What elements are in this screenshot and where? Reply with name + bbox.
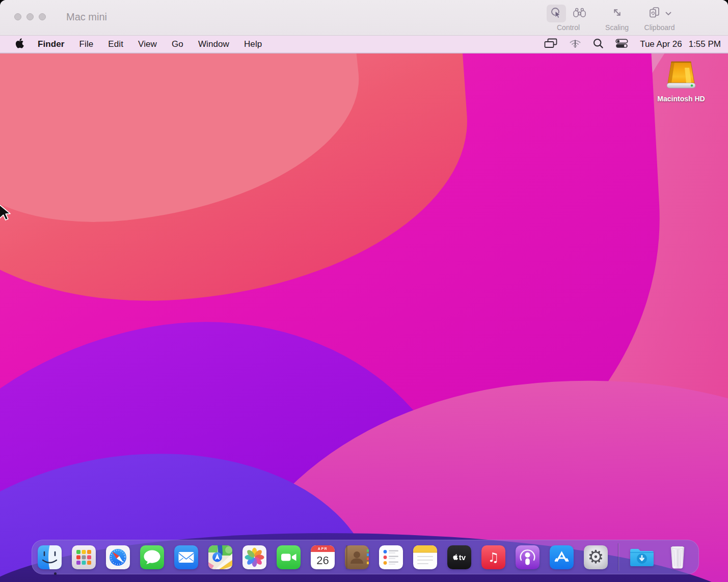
display-mirroring-button[interactable]	[544, 38, 557, 50]
scaling-group: Scaling	[605, 4, 629, 32]
close-button[interactable]	[14, 13, 21, 20]
calendar-day: 26	[311, 552, 335, 569]
screen-sharing-window: Mac mini	[0, 0, 728, 582]
control-label: Control	[557, 23, 580, 32]
control-group: Control	[547, 4, 590, 32]
dock-icon-safari[interactable]	[106, 545, 130, 569]
volume-label: Macintosh HD	[657, 95, 705, 103]
menu-help[interactable]: Help	[244, 39, 262, 49]
menu-window[interactable]: Window	[198, 39, 229, 49]
window-titlebar: Mac mini	[0, 0, 728, 36]
scaling-arrows-icon	[612, 7, 623, 19]
observe-mode-button[interactable]	[569, 5, 590, 22]
display-mirroring-icon	[544, 38, 557, 50]
dock-divider	[618, 543, 618, 571]
macintosh-hd-desktop-icon[interactable]: Macintosh HD	[645, 61, 717, 103]
clipboard-label: Clipboard	[644, 23, 675, 32]
menubar-status: Tue Apr 26 1:55 PM	[544, 38, 721, 50]
dock-icon-appstore[interactable]	[550, 545, 574, 569]
dock: APR 26	[32, 540, 699, 574]
system-preferences-tile: ⚙	[584, 545, 608, 569]
menu-edit[interactable]: Edit	[108, 39, 123, 49]
dock-icon-mail[interactable]	[174, 545, 198, 569]
minimize-button[interactable]	[26, 13, 34, 20]
control-center-button[interactable]	[615, 39, 628, 50]
dock-icon-tv[interactable]: tv	[447, 545, 471, 569]
clock-time: 1:55 PM	[689, 39, 721, 49]
dock-icon-contacts[interactable]	[345, 545, 369, 569]
control-center-icon	[615, 39, 628, 50]
gear-icon: ⚙	[587, 548, 604, 566]
music-note-icon: ♫	[488, 550, 499, 565]
window-title: Mac mini	[66, 11, 107, 23]
observe-binoculars-icon	[573, 7, 586, 20]
menu-view[interactable]: View	[138, 39, 157, 49]
dock-icon-notes[interactable]	[413, 545, 437, 569]
music-tile: ♫	[481, 545, 505, 569]
scaling-button[interactable]	[608, 5, 626, 21]
menu-go[interactable]: Go	[172, 39, 183, 49]
apple-logo-icon	[15, 38, 24, 50]
menubar: Finder File Edit View Go Window Help	[0, 36, 728, 53]
menu-file[interactable]: File	[79, 39, 94, 49]
wifi-warning-icon	[569, 39, 581, 50]
clipboard-group: Clipboard	[644, 4, 675, 32]
external-drive-icon	[664, 61, 698, 92]
spotlight-button[interactable]	[593, 38, 604, 50]
dock-icon-facetime[interactable]	[277, 545, 301, 569]
clipboard-icon	[648, 7, 662, 20]
dock-icon-finder[interactable]	[38, 545, 62, 569]
menubar-clock[interactable]: Tue Apr 26 1:55 PM	[640, 39, 721, 49]
menubar-menus: Finder File Edit View Go Window Help	[15, 38, 277, 50]
traffic-lights	[14, 13, 46, 20]
clipboard-button[interactable]	[644, 5, 675, 22]
spotlight-search-icon	[593, 38, 604, 50]
pointer-control-icon	[550, 7, 562, 20]
window-toolbar: Control Scaling	[547, 4, 675, 32]
menu-finder[interactable]: Finder	[38, 39, 65, 49]
dock-icon-system-preferences[interactable]: ⚙	[584, 545, 608, 569]
dock-icon-messages[interactable]	[140, 545, 164, 569]
apple-logo-icon	[453, 554, 458, 560]
wifi-warning-button[interactable]	[569, 39, 581, 50]
dock-icon-launchpad[interactable]	[72, 545, 96, 569]
desktop[interactable]: Macintosh HD	[0, 53, 728, 582]
dock-icon-photos[interactable]	[242, 545, 266, 569]
clock-date: Tue Apr 26	[640, 39, 682, 49]
finder-running-indicator	[54, 572, 57, 575]
calendar-month: APR	[311, 545, 335, 552]
dock-icon-podcasts[interactable]	[516, 545, 540, 569]
apple-menu[interactable]	[15, 38, 24, 50]
dock-icon-calendar[interactable]: APR 26	[311, 545, 335, 569]
scaling-label: Scaling	[605, 23, 629, 32]
dock-icon-downloads[interactable]	[629, 545, 655, 569]
tv-label: tv	[459, 553, 466, 562]
dock-icon-reminders[interactable]	[379, 545, 403, 569]
chevron-down-icon	[665, 10, 671, 17]
dock-icon-music[interactable]: ♫	[481, 545, 505, 569]
tv-tile: tv	[447, 545, 471, 569]
dock-icon-trash[interactable]	[665, 545, 689, 569]
zoom-button[interactable]	[39, 13, 46, 20]
calendar-tile: APR 26	[311, 545, 335, 569]
dock-icon-maps[interactable]	[208, 545, 232, 569]
mouse-pointer	[0, 204, 12, 225]
pointer-control-button[interactable]	[547, 5, 566, 22]
